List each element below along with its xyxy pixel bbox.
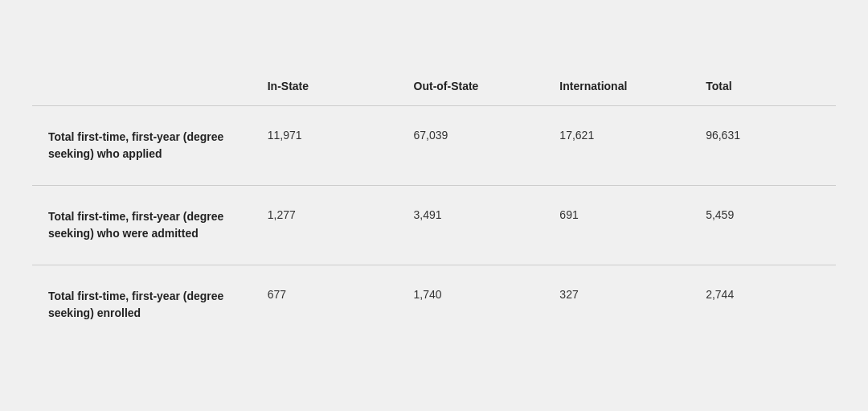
row-total: 96,631 — [690, 106, 836, 186]
row-out-of-state: 3,491 — [398, 186, 544, 265]
row-out-of-state: 1,740 — [398, 265, 544, 345]
row-total: 2,744 — [690, 265, 836, 345]
row-in-state: 1,277 — [252, 186, 398, 265]
row-out-of-state: 67,039 — [398, 106, 544, 186]
row-international: 691 — [543, 186, 690, 265]
admissions-table: In-State Out-of-State International Tota… — [32, 67, 836, 344]
row-in-state: 11,971 — [252, 106, 398, 186]
table-container: In-State Out-of-State International Tota… — [32, 67, 836, 344]
header-in-state: In-State — [252, 67, 398, 106]
header-label — [32, 67, 252, 106]
row-international: 17,621 — [543, 106, 690, 186]
header-international: International — [543, 67, 690, 106]
table-header-row: In-State Out-of-State International Tota… — [32, 67, 836, 106]
row-in-state: 677 — [252, 265, 398, 345]
row-total: 5,459 — [690, 186, 836, 265]
table-row: Total first-time, first-year (degree see… — [32, 186, 836, 265]
table-row: Total first-time, first-year (degree see… — [32, 265, 836, 345]
row-international: 327 — [543, 265, 690, 345]
header-out-of-state: Out-of-State — [398, 67, 544, 106]
row-label: Total first-time, first-year (degree see… — [32, 186, 252, 265]
row-label: Total first-time, first-year (degree see… — [32, 265, 252, 345]
table-row: Total first-time, first-year (degree see… — [32, 106, 836, 186]
row-label: Total first-time, first-year (degree see… — [32, 106, 252, 186]
header-total: Total — [690, 67, 836, 106]
